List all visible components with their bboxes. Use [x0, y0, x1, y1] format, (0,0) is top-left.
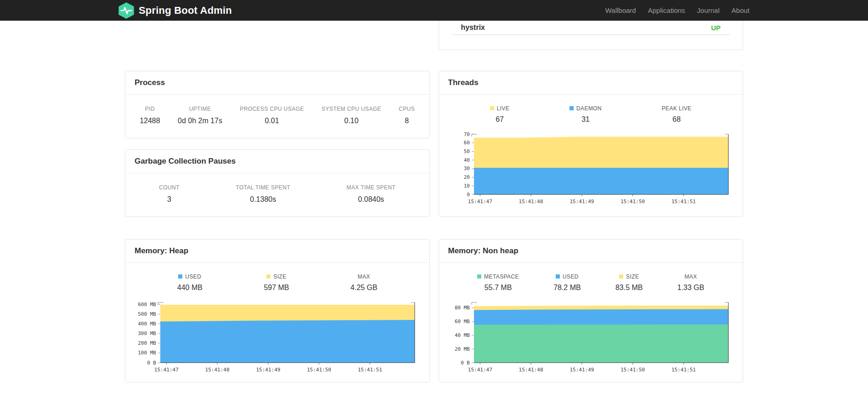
process-panel: Process PID 12488 UPTIME 0d 0h 2m 17s PR…: [125, 71, 430, 138]
gc-panel-title: Garbage Collection Pauses: [125, 150, 429, 173]
svg-text:0 B: 0 B: [147, 360, 156, 366]
used-swatch-icon: [556, 274, 560, 279]
spring-boot-admin-logo-icon: [118, 2, 134, 19]
nav-link-applications[interactable]: Applications: [648, 6, 685, 14]
svg-text:15:41:48: 15:41:48: [519, 199, 543, 205]
metric-value: 8: [399, 117, 415, 125]
memory-heap-legend: USED 440 MB SIZE 597 MB MAX: [125, 263, 429, 292]
top-row-left-spacer: [125, 21, 430, 50]
svg-text:15:41:48: 15:41:48: [205, 367, 230, 373]
svg-text:0 B: 0 B: [461, 360, 470, 366]
memory-nonheap-panel-title: Memory: Non heap: [439, 239, 743, 263]
metric-gc-max-time: MAX TIME SPENT 0.0840s: [347, 184, 396, 204]
threads-panel-title: Threads: [439, 71, 743, 95]
legend-value: 55.7 MB: [477, 284, 519, 292]
svg-text:60: 60: [463, 140, 469, 146]
legend-value: 1.33 GB: [677, 284, 705, 292]
application-name: hystrix: [461, 23, 485, 32]
legend-value: 597 MB: [264, 284, 289, 292]
legend-item-size: SIZE 83.5 MB: [615, 273, 643, 292]
svg-text:15:41:51: 15:41:51: [358, 367, 382, 373]
svg-text:15:41:47: 15:41:47: [468, 199, 492, 205]
metric-label: CPUS: [399, 106, 415, 112]
navbar-links: Wallboard Applications Journal About: [605, 6, 750, 14]
svg-text:10: 10: [463, 183, 469, 189]
legend-value: 31: [569, 115, 602, 124]
metric-value: 0.0840s: [347, 195, 396, 204]
threads-legend: LIVE 67 DAEMON 31 PEAK LIVE: [439, 95, 743, 124]
size-swatch-icon: [266, 274, 271, 279]
svg-text:70: 70: [463, 131, 469, 137]
nav-link-journal[interactable]: Journal: [697, 6, 720, 14]
metric-value: 0.10: [321, 117, 381, 125]
metric-label: COUNT: [159, 184, 180, 191]
legend-item-used: USED 440 MB: [177, 273, 203, 292]
svg-text:15:41:47: 15:41:47: [154, 367, 179, 373]
svg-text:15:41:49: 15:41:49: [569, 367, 594, 373]
svg-text:15:41:48: 15:41:48: [519, 367, 543, 373]
svg-text:80 MB: 80 MB: [454, 305, 469, 311]
metric-label: TOTAL TIME SPENT: [236, 184, 290, 191]
metric-process-cpu-usage: PROCESS CPU USAGE 0.01: [240, 106, 304, 125]
legend-item-live: LIVE 67: [490, 105, 510, 124]
legend-label: MAX: [684, 273, 697, 280]
metric-label: MAX TIME SPENT: [347, 184, 396, 191]
svg-text:40: 40: [463, 157, 469, 163]
svg-text:15:41:51: 15:41:51: [671, 367, 696, 373]
legend-label: MAX: [358, 273, 370, 280]
svg-text:40 MB: 40 MB: [454, 332, 469, 338]
main-content: hystrix UP Process PID 12488 UPTIME 0d 0…: [125, 21, 743, 382]
top-navbar: Spring Boot Admin Wallboard Applications…: [0, 0, 868, 21]
metric-uptime: UPTIME 0d 0h 2m 17s: [178, 106, 222, 125]
process-panel-title: Process: [125, 71, 429, 95]
svg-text:0: 0: [467, 192, 470, 198]
legend-item-size: SIZE 597 MB: [264, 273, 289, 292]
legend-value: 67: [490, 115, 510, 124]
svg-text:20 MB: 20 MB: [454, 346, 469, 352]
nav-link-about[interactable]: About: [732, 6, 750, 14]
gc-metrics: COUNT 3 TOTAL TIME SPENT 0.1380s MAX TIM…: [125, 173, 429, 216]
svg-text:60 MB: 60 MB: [454, 319, 469, 325]
legend-item-daemon: DAEMON 31: [569, 105, 602, 124]
legend-value: 4.25 GB: [350, 284, 378, 292]
svg-text:15:41:51: 15:41:51: [671, 199, 696, 205]
nav-link-wallboard[interactable]: Wallboard: [605, 6, 636, 14]
svg-text:400 MB: 400 MB: [138, 321, 156, 327]
memory-heap-panel: Memory: Heap USED 440 MB SIZE: [125, 239, 430, 382]
memory-nonheap-legend: METASPACE 55.7 MB USED 78.2 MB: [439, 263, 743, 292]
daemon-swatch-icon: [569, 106, 574, 110]
metric-cpus: CPUS 8: [399, 106, 415, 125]
application-row-hystrix[interactable]: hystrix UP: [452, 21, 730, 35]
svg-text:500 MB: 500 MB: [138, 311, 156, 317]
svg-text:30: 30: [463, 165, 469, 171]
legend-item-max: MAX 4.25 GB: [350, 273, 378, 292]
brand-title: Spring Boot Admin: [139, 5, 232, 17]
legend-item-peak-live: PEAK LIVE 68: [662, 105, 692, 124]
svg-text:600 MB: 600 MB: [138, 302, 156, 308]
legend-label: SIZE: [626, 273, 639, 280]
legend-label: LIVE: [497, 105, 510, 112]
memory-heap-chart: 0 B100 MB200 MB300 MB400 MB500 MB600 MB1…: [132, 298, 422, 375]
svg-text:100 MB: 100 MB: [138, 350, 156, 356]
legend-label: DAEMON: [576, 105, 602, 112]
metric-label: PID: [140, 106, 160, 112]
legend-label: PEAK LIVE: [662, 105, 692, 112]
metric-value: 0.01: [240, 117, 304, 125]
svg-text:15:41:49: 15:41:49: [256, 367, 280, 373]
legend-value: 440 MB: [177, 284, 203, 292]
svg-text:300 MB: 300 MB: [138, 330, 156, 336]
metric-value: 0d 0h 2m 17s: [178, 117, 222, 125]
gc-panel: Garbage Collection Pauses COUNT 3 TOTAL …: [125, 149, 430, 217]
svg-text:15:41:47: 15:41:47: [468, 367, 492, 373]
legend-label: USED: [563, 273, 579, 280]
memory-heap-panel-title: Memory: Heap: [125, 239, 429, 263]
size-swatch-icon: [619, 274, 623, 279]
legend-label: USED: [185, 273, 201, 280]
svg-text:15:41:50: 15:41:50: [620, 367, 645, 373]
svg-text:15:41:50: 15:41:50: [620, 199, 645, 205]
legend-value: 83.5 MB: [615, 284, 643, 292]
legend-item-metaspace: METASPACE 55.7 MB: [477, 273, 519, 292]
brand[interactable]: Spring Boot Admin: [118, 2, 232, 19]
metric-label: UPTIME: [178, 106, 222, 112]
metric-value: 3: [159, 195, 180, 204]
